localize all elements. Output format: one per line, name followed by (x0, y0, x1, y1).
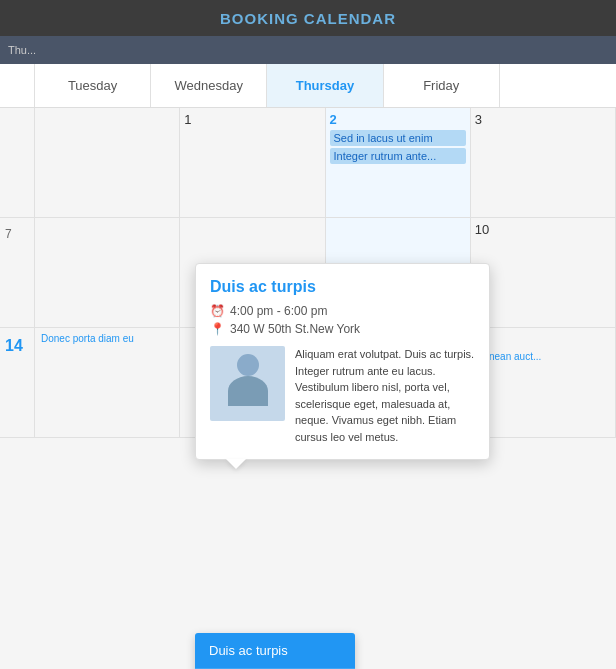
event-popup: Duis ac turpis ⏰ 4:00 pm - 6:00 pm 📍 340… (195, 263, 490, 460)
week2-gutter: 7 (0, 218, 35, 328)
popup-time-row: ⏰ 4:00 pm - 6:00 pm (210, 304, 475, 318)
popup-body: Aliquam erat volutpat. Duis ac turpis. I… (210, 346, 475, 445)
week3-tue-event[interactable]: Donec porta diam eu (39, 332, 175, 345)
week3-num: 14 (2, 333, 26, 359)
week3-friday: 17 Aenean auct... (471, 328, 616, 438)
nav-bar: Thu... (0, 36, 616, 64)
popup-title: Duis ac turpis (210, 278, 475, 296)
week2-friday: 10 (471, 218, 616, 328)
week2-tuesday (35, 218, 180, 328)
week1-row: 1 2 Sed in lacus ut enim Integer rutrum … (0, 108, 616, 218)
week1-gutter (0, 108, 35, 218)
dropdown-menu: Duis ac turpis Donec sit amet eros Lorem… (195, 633, 355, 669)
dropdown-item-1[interactable]: Duis ac turpis (195, 633, 355, 669)
clock-icon: ⏰ (210, 304, 225, 318)
week1-thu-event2[interactable]: Integer rutrum ante... (330, 148, 466, 164)
header-friday: Friday (384, 64, 500, 107)
popup-image (210, 346, 285, 421)
week1-wednesday: 1 (180, 108, 325, 218)
week1-friday-num: 3 (475, 112, 611, 127)
week1-thursday: 2 Sed in lacus ut enim Integer rutrum an… (326, 108, 471, 218)
nav-text: Thu... (8, 44, 36, 56)
week3-friday-num: 17 (475, 332, 611, 347)
popup-location-row: 📍 340 W 50th St.New York (210, 322, 475, 336)
week1-tuesday (35, 108, 180, 218)
popup-description: Aliquam erat volutpat. Duis ac turpis. I… (295, 346, 475, 445)
calendar-header: Tuesday Wednesday Thursday Friday (0, 64, 616, 108)
week1-thu-event1[interactable]: Sed in lacus ut enim (330, 130, 466, 146)
location-icon: 📍 (210, 322, 225, 336)
popup-arrow (226, 459, 246, 469)
app-title: BOOKING CALENDAR (220, 10, 396, 27)
week3-tuesday: Donec porta diam eu (35, 328, 180, 438)
week2-num: 7 (2, 223, 15, 245)
popup-location: 340 W 50th St.New York (230, 322, 360, 336)
popup-time: 4:00 pm - 6:00 pm (230, 304, 327, 318)
top-bar: BOOKING CALENDAR (0, 0, 616, 36)
week1-thursday-num: 2 (330, 112, 466, 127)
week1-wednesday-num: 1 (184, 112, 320, 127)
corner-cell (0, 64, 35, 107)
header-tuesday: Tuesday (35, 64, 151, 107)
week2-friday-num: 10 (475, 222, 611, 237)
header-thursday: Thursday (267, 64, 383, 107)
week3-gutter: 14 (0, 328, 35, 438)
week3-fri-event[interactable]: Aenean auct... (475, 350, 611, 363)
header-wednesday: Wednesday (151, 64, 267, 107)
week1-friday: 3 (471, 108, 616, 218)
